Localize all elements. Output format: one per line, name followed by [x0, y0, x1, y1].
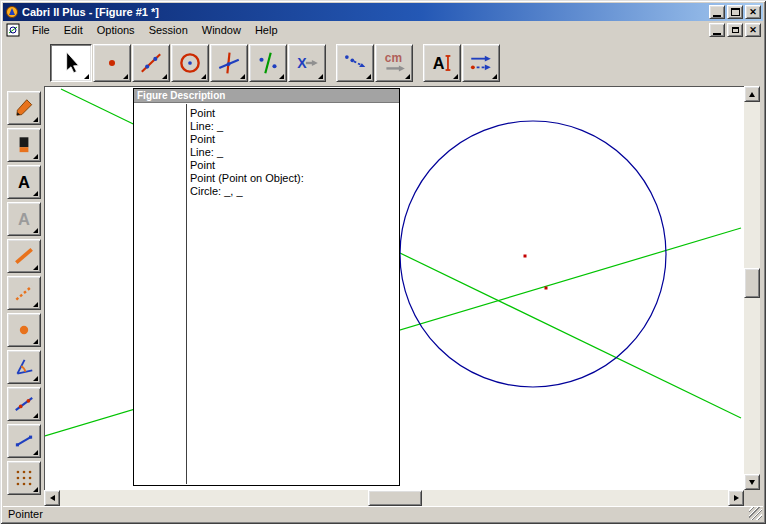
construction-tool-button[interactable] — [249, 44, 287, 82]
a-label: A — [433, 53, 445, 71]
transformation-tool-button[interactable]: X — [288, 44, 326, 82]
maximize-button[interactable] — [727, 5, 743, 19]
thick-line-style-button[interactable] — [7, 239, 41, 273]
toolbar: X cm A — [3, 39, 763, 86]
figure-description-item[interactable]: Point (Point on Object): — [190, 172, 304, 185]
arrows-icon — [468, 50, 494, 76]
macro-tool-button[interactable] — [336, 44, 374, 82]
line-style-button[interactable] — [7, 387, 41, 421]
dotted-line-icon — [13, 282, 35, 304]
figure-description-titlebar[interactable]: Figure Description — [134, 89, 399, 103]
measure-tool-button[interactable]: cm — [375, 44, 413, 82]
x-arrow-icon: X — [294, 50, 320, 76]
menu-window[interactable]: Window — [195, 22, 248, 39]
blue-line-icon — [13, 393, 35, 415]
scrollbar-corner — [744, 490, 760, 506]
menu-options[interactable]: Options — [90, 22, 142, 39]
minimize-icon — [713, 15, 721, 17]
label-tool-button[interactable]: A — [7, 165, 41, 199]
child-close-icon: ✕ — [749, 26, 757, 35]
scroll-left-button[interactable] — [44, 490, 60, 506]
comment-a-text: A — [18, 210, 30, 228]
point-icon — [99, 50, 125, 76]
pen-tool-button[interactable] — [7, 91, 41, 125]
status-text: Pointer — [8, 508, 43, 520]
text-tool-button[interactable]: A — [423, 44, 461, 82]
attributes-tool-button[interactable] — [462, 44, 500, 82]
close-button[interactable]: ✕ — [745, 5, 761, 19]
line-tool-button[interactable] — [132, 44, 170, 82]
figure-description-item[interactable]: Line: _ — [190, 120, 304, 133]
scroll-right-button[interactable] — [728, 490, 744, 506]
circle-tool-button[interactable] — [171, 44, 209, 82]
side-toolbar: A A — [3, 86, 44, 506]
pointer-icon — [58, 50, 84, 76]
child-restore-icon — [732, 27, 739, 33]
letter-a-black-icon: A — [13, 171, 35, 193]
scroll-up-button[interactable] — [744, 86, 760, 102]
cm-arrow-icon: cm — [381, 50, 407, 76]
menu-session[interactable]: Session — [142, 22, 195, 39]
figure-description-item[interactable]: Circle: _, _ — [190, 185, 304, 198]
pen-icon — [13, 97, 35, 119]
green-line-icon — [255, 50, 281, 76]
menu-help[interactable]: Help — [248, 22, 285, 39]
triangle-left-icon — [50, 495, 55, 501]
figure-document-icon[interactable] — [6, 23, 20, 37]
vertical-scroll-thumb[interactable] — [744, 268, 760, 298]
marker-icon — [13, 134, 35, 156]
letter-a-gray-icon: A — [13, 208, 35, 230]
segment-icon — [13, 430, 35, 452]
triangle-down-icon — [749, 480, 755, 485]
dotted-line-style-button[interactable] — [7, 276, 41, 310]
thick-line-icon — [13, 245, 35, 267]
cm-label: cm — [385, 51, 402, 65]
figure-description-item[interactable]: Point — [190, 133, 304, 146]
point-style-button[interactable] — [7, 313, 41, 347]
child-minimize-button[interactable] — [709, 23, 725, 37]
text-cursor-icon: A — [429, 50, 455, 76]
angle-mark-button[interactable] — [7, 350, 41, 384]
app-window: Cabri II Plus - [Figure #1 *] ✕ File Edi… — [0, 0, 766, 524]
figure-description-item[interactable]: Line: _ — [190, 146, 304, 159]
point-style-icon — [13, 319, 35, 341]
figure-description-item[interactable]: Point — [190, 107, 304, 120]
titlebar[interactable]: Cabri II Plus - [Figure #1 *] ✕ — [3, 3, 763, 21]
panel-separator — [186, 104, 187, 484]
point-tool-button[interactable] — [93, 44, 131, 82]
statusbar: Pointer — [3, 506, 763, 521]
segment-style-button[interactable] — [7, 424, 41, 458]
horizontal-scrollbar[interactable] — [44, 490, 744, 506]
app-icon — [5, 5, 19, 19]
grid-tool-button[interactable] — [7, 461, 41, 495]
menu-edit[interactable]: Edit — [57, 22, 90, 39]
close-icon: ✕ — [749, 8, 757, 17]
vertical-scrollbar[interactable] — [744, 86, 760, 490]
menu-file[interactable]: File — [25, 22, 57, 39]
scroll-down-button[interactable] — [744, 474, 760, 490]
figure-description-panel: Figure Description Point Line: _ Point L… — [133, 88, 400, 486]
marker-tool-button[interactable] — [7, 128, 41, 162]
perpendicular-lines-icon — [216, 50, 242, 76]
perpendicular-tool-button[interactable] — [210, 44, 248, 82]
figure-description-list: Point Line: _ Point Line: _ Point Point … — [190, 107, 304, 198]
dot-grid-icon — [13, 467, 35, 489]
child-close-button[interactable]: ✕ — [745, 23, 761, 37]
x-label: X — [297, 54, 307, 70]
triangle-right-icon — [734, 495, 739, 501]
points-arrow-icon — [342, 50, 368, 76]
maximize-icon — [731, 8, 740, 16]
child-restore-button[interactable] — [727, 23, 743, 37]
circle-icon — [177, 50, 203, 76]
comment-tool-button[interactable]: A — [7, 202, 41, 236]
menubar: File Edit Options Session Window Help ✕ — [3, 21, 763, 39]
triangle-up-icon — [749, 92, 755, 97]
child-minimize-icon — [713, 33, 721, 35]
angle-icon — [13, 356, 35, 378]
pointer-tool-button[interactable] — [50, 44, 92, 82]
minimize-button[interactable] — [709, 5, 725, 19]
resize-grip[interactable] — [749, 507, 762, 520]
figure-description-item[interactable]: Point — [190, 159, 304, 172]
label-a-text: A — [18, 173, 30, 191]
horizontal-scroll-thumb[interactable] — [368, 490, 422, 506]
